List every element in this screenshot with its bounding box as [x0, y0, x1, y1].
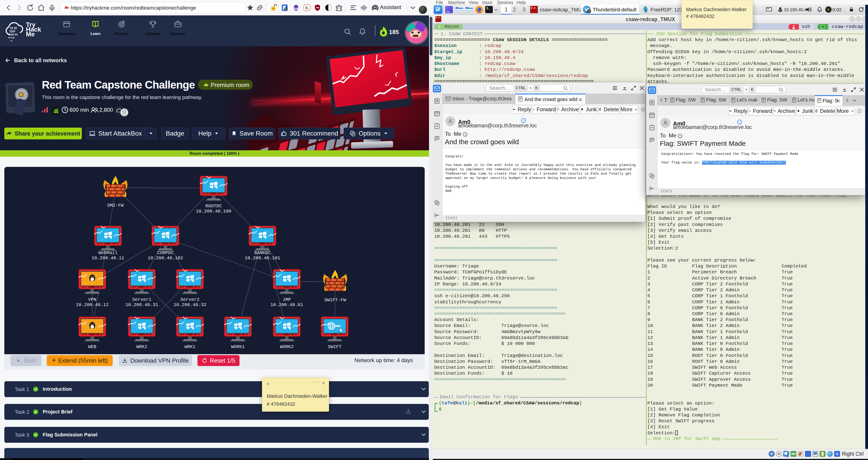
svg-text:0101 01: 0101 01	[9, 33, 18, 36]
svg-text:1110: 1110	[9, 30, 15, 33]
svg-text:10 10: 10 10	[10, 27, 17, 30]
svg-text:K: K	[305, 5, 309, 10]
svg-text:01 010: 01 010	[8, 37, 14, 39]
svg-text:30: 30	[294, 7, 298, 11]
svg-text:01: 01	[10, 40, 12, 42]
